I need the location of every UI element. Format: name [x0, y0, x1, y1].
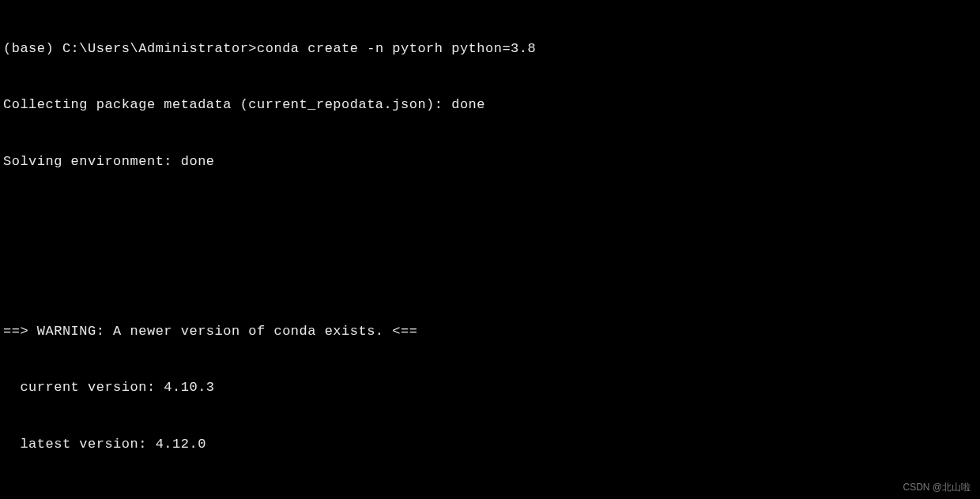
- terminal-output[interactable]: (base) C:\Users\Administrator>conda crea…: [3, 2, 980, 499]
- output-line: [3, 208, 980, 227]
- command-text: conda create -n pytorh python=3.8: [257, 41, 536, 56]
- warning-line: ==> WARNING: A newer version of conda ex…: [3, 322, 980, 341]
- output-line: Solving environment: done: [3, 152, 980, 171]
- output-line: Collecting package metadata (current_rep…: [3, 96, 980, 114]
- version-line: latest version: 4.12.0: [3, 435, 980, 454]
- version-line: current version: 4.10.3: [3, 378, 980, 397]
- prompt: (base) C:\Users\Administrator>: [3, 41, 257, 56]
- output-line: [3, 265, 980, 284]
- prompt-line: (base) C:\Users\Administrator>conda crea…: [3, 39, 980, 58]
- watermark: CSDN @北山啦: [903, 481, 971, 494]
- output-line: [3, 491, 980, 499]
